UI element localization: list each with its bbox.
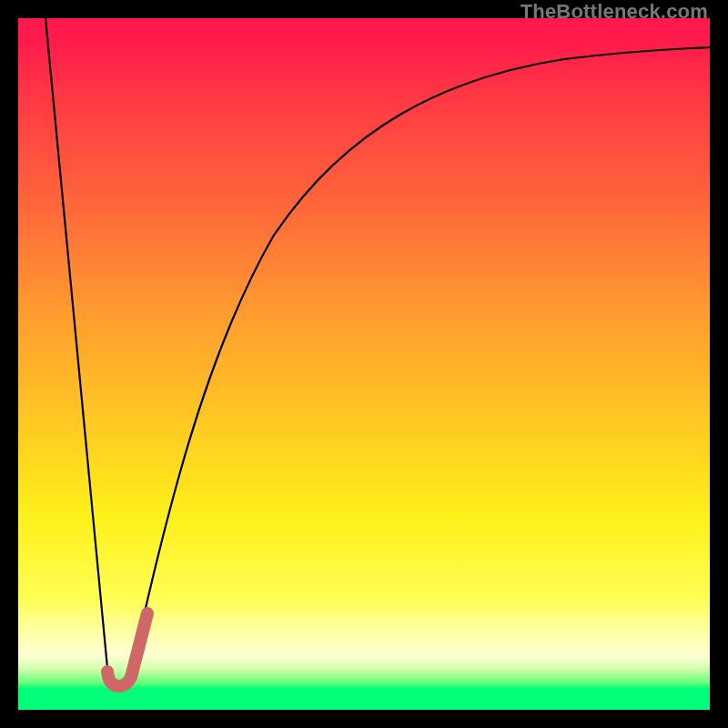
- curve-path: [46, 18, 710, 687]
- minimum-marker: [107, 613, 147, 686]
- watermark: TheBottleneck.com: [521, 0, 708, 24]
- plot-area: [18, 18, 710, 710]
- chart-frame: TheBottleneck.com: [0, 0, 728, 728]
- bottleneck-curve: [18, 18, 710, 710]
